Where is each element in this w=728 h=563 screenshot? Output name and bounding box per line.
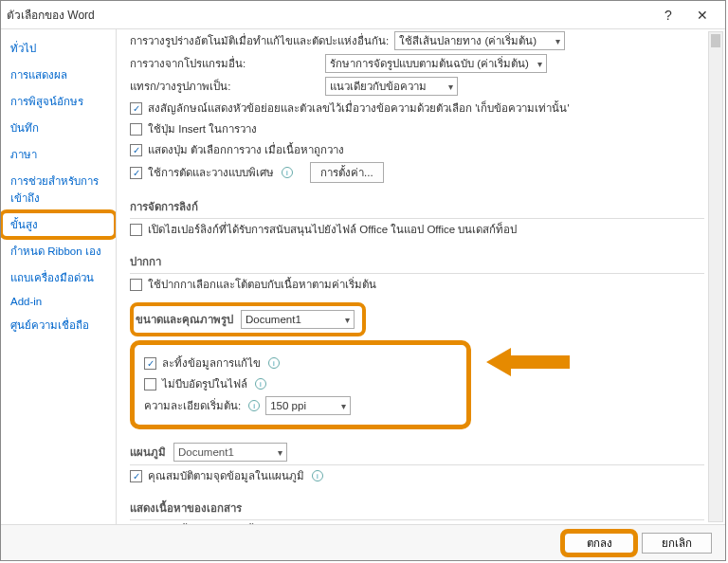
info-icon[interactable]: i [268, 357, 280, 369]
sidebar-item-9[interactable]: Add-in [1, 291, 116, 312]
sidebar-item-4[interactable]: ภาษา [1, 141, 116, 168]
discard-editing-label: ละทิ้งข้อมูลการแก้ไข [162, 354, 261, 372]
discard-editing-checkbox[interactable]: ✓ [144, 357, 156, 370]
annotation-arrow-icon [486, 346, 572, 378]
chart-doc-select[interactable]: Document1 [173, 443, 287, 462]
paste-shapes-label: การวางรูปร่างอัตโนมัติเมื่อทำแก้ไขและตัด… [130, 32, 389, 49]
doc-content-section-title: แสดงเนื้อหาของเอกสาร [130, 494, 704, 520]
image-quality-doc-select[interactable]: Document1 [241, 310, 355, 329]
smart-cut-paste-checkbox[interactable]: ✓ [130, 167, 142, 179]
sidebar-item-5[interactable]: การช่วยสำหรับการเข้าถึง [1, 168, 116, 211]
show-paste-options-checkbox[interactable]: ✓ [130, 144, 142, 156]
sidebar-item-3[interactable]: บันทึก [1, 115, 116, 141]
no-compress-label: ไม่บีบอัดรูปในไฟล์ [162, 375, 247, 392]
sidebar-item-0[interactable]: ทั่วไป [1, 35, 116, 62]
insert-image-select[interactable]: แนวเดียวกับข้อความ [325, 77, 458, 96]
sidebar-item-6[interactable]: ขั้นสูง [1, 211, 116, 238]
sidebar-item-8[interactable]: แถบเครื่องมือด่วน [1, 264, 116, 291]
keep-bullets-checkbox[interactable]: ✓ [130, 102, 142, 115]
pen-section-title: ปากกา [130, 247, 704, 274]
info-icon[interactable]: i [248, 400, 260, 411]
sidebar-item-2[interactable]: การพิสูจน์อักษร [1, 88, 116, 115]
default-resolution-select[interactable]: 150 ppi [265, 396, 351, 415]
open-links-checkbox[interactable] [130, 224, 142, 236]
chart-section-title: แผนภูมิ [130, 444, 166, 461]
image-quality-section-title: ขนาดและคุณภาพรูป [136, 311, 233, 328]
svg-marker-0 [486, 348, 570, 376]
ok-button[interactable]: ตกลง [564, 533, 634, 554]
smart-cut-paste-label: ใช้การตัดและวางแบบพิเศษ [148, 164, 274, 181]
help-button[interactable]: ? [651, 2, 685, 28]
window-title: ตัวเลือกของ Word [7, 6, 651, 24]
insert-image-label: แทรก/วางรูปภาพเป็น: [130, 78, 319, 95]
insert-key-checkbox[interactable] [130, 123, 142, 136]
chart-props-checkbox[interactable]: ✓ [130, 470, 142, 482]
info-icon[interactable]: i [282, 167, 293, 178]
show-paste-options-label: แสดงปุ่ม ตัวเลือกการวาง เมื่อเนื้อหาถูกว… [148, 141, 344, 158]
highlight-image-settings: ✓ละทิ้งข้อมูลการแก้ไขi ไม่บีบอัดรูปในไฟล… [130, 340, 471, 429]
close-button[interactable]: ✕ [685, 2, 719, 28]
pen-default-checkbox[interactable] [130, 279, 142, 291]
default-resolution-label: ความละเอียดเริ่มต้น: [144, 397, 241, 414]
settings-button[interactable]: การตั้งค่า... [310, 162, 384, 183]
sidebar-item-1[interactable]: การแสดงผล [1, 62, 116, 88]
open-links-label: เปิดไฮเปอร์ลิงก์ที่ได้รับการสนับสนุนไปยั… [148, 221, 517, 238]
pen-default-label: ใช้ปากกาเลือกและโต้ตอบกับเนื้อหาตามค่าเร… [148, 276, 376, 293]
paste-shapes-select[interactable]: ใช้สีเส้นปลายทาง (ค่าเริ่มต้น) [394, 31, 565, 50]
link-section-title: การจัดการลิงก์ [130, 192, 704, 219]
sidebar-item-7[interactable]: กำหนด Ribbon เอง [1, 238, 116, 264]
options-panel: การวางรูปร่างอัตโนมัติเมื่อทำแก้ไขและตัด… [117, 29, 725, 524]
cancel-button[interactable]: ยกเลิก [642, 533, 712, 554]
keep-bullets-label: สงสัญลักษณ์แสดงหัวข้อย่อยและตัวเลขไว้เมื… [148, 100, 570, 117]
sidebar: ทั่วไปการแสดงผลการพิสูจน์อักษรบันทึกภาษา… [1, 29, 117, 524]
info-icon[interactable]: i [255, 378, 266, 390]
paste-other-select[interactable]: รักษาการจัดรูปแบบตามต้นฉบับ (ค่าเริ่มต้น… [325, 54, 547, 73]
show-bg-label: แสดงสีพื้นหลังและรูปพื้นหลังในมุมมองเค้า… [148, 522, 428, 524]
sidebar-item-10[interactable]: ศูนย์ความเชื่อถือ [1, 312, 116, 338]
chart-props-label: คุณสมบัติตามจุดข้อมูลในแผนภูมิ [148, 467, 304, 484]
no-compress-checkbox[interactable] [144, 378, 156, 390]
insert-key-label: ใช้ปุ่ม Insert ในการวาง [148, 120, 257, 137]
scrollbar[interactable] [708, 31, 723, 522]
paste-other-label: การวางจากโปรแกรมอื่น: [130, 55, 319, 72]
info-icon[interactable]: i [312, 470, 323, 481]
